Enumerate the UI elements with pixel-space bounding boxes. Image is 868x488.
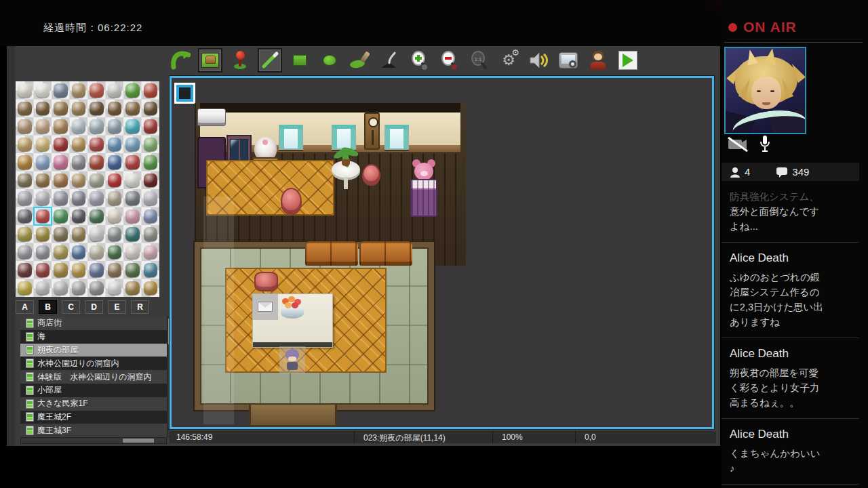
palette-tab-B[interactable]: B — [39, 300, 57, 314]
palette-tile-bottle-salt[interactable] — [87, 117, 106, 136]
palette-tile-jar-pair[interactable] — [34, 117, 52, 136]
palette-tile-daggers[interactable] — [34, 189, 52, 207]
palette-tile-robe-blue[interactable] — [87, 261, 106, 279]
palette-tile-papers[interactable] — [16, 81, 34, 100]
palette-tile-shelf-goods[interactable] — [87, 100, 106, 118]
zoom-out-button[interactable] — [437, 48, 461, 73]
palette-tab-E[interactable]: E — [108, 300, 126, 314]
map-list-item[interactable]: 小部屋 — [20, 384, 167, 397]
playtest-button[interactable] — [616, 48, 640, 73]
palette-tile-red-flower-bush[interactable] — [142, 81, 160, 100]
palette-tile-dress-blue[interactable] — [142, 207, 160, 226]
volume-button[interactable] — [526, 48, 551, 73]
palette-tile-bear-brown[interactable] — [16, 153, 34, 171]
palette-tile-doll-blue[interactable] — [106, 153, 124, 171]
palette-tile-green-bush[interactable] — [123, 81, 142, 100]
palette-tile-dress-white[interactable] — [106, 207, 124, 226]
palette-tile-bow-quiver[interactable] — [70, 225, 88, 243]
palette-tile-chest-open[interactable] — [52, 100, 70, 118]
palette-tile-armor-gold2[interactable] — [70, 261, 88, 279]
palette-tile-lizard[interactable] — [87, 171, 106, 190]
map-list-item[interactable]: 魔王城2F — [20, 411, 167, 424]
palette-tile-potion-red[interactable] — [142, 117, 160, 136]
palette-tile-jar[interactable] — [16, 117, 34, 136]
palette-tile-rack-gold2[interactable] — [34, 225, 52, 243]
map-canvas[interactable] — [170, 76, 714, 429]
map-list-item[interactable]: 水神公園辺りの洞窟内 — [20, 357, 167, 370]
palette-tile-rope[interactable] — [70, 171, 88, 190]
palette-tile-armor-gold[interactable] — [52, 261, 70, 279]
palette-tab-C[interactable]: C — [62, 300, 80, 314]
palette-tile-bench-white[interactable] — [87, 225, 106, 243]
palette-tile-shelf-dolls[interactable] — [123, 100, 142, 118]
palette-tile-potted-flower[interactable] — [106, 81, 124, 100]
palette-tile-barrel-red[interactable] — [87, 136, 106, 154]
palette-tile-bottle-herb[interactable] — [106, 117, 124, 136]
palette-tile-knives[interactable] — [142, 189, 160, 207]
palette-tile-blade[interactable] — [16, 189, 34, 207]
palette-tile-crate-bottles[interactable] — [142, 136, 160, 154]
palette-tile-bench-gray[interactable] — [106, 225, 124, 243]
palette-tile-red-blocks[interactable] — [106, 171, 124, 190]
palette-tile-barrel-blue[interactable] — [106, 136, 124, 154]
palette-tile-statue-maid[interactable] — [34, 279, 52, 298]
preview-button[interactable] — [556, 48, 580, 73]
event-envelope[interactable] — [252, 293, 278, 320]
palette-tile-bear-gray[interactable] — [70, 153, 88, 171]
palette-tile-doll-red[interactable] — [87, 153, 106, 171]
palette-tab-D[interactable]: D — [85, 300, 103, 314]
map-list-horizontal-scrollbar[interactable] — [20, 437, 167, 444]
palette-tile-robe-teal[interactable] — [142, 261, 160, 279]
shadow-pen-tool-button[interactable] — [377, 48, 401, 73]
event-edit-mode-button[interactable] — [228, 48, 252, 73]
pencil-tool-button[interactable] — [258, 48, 282, 73]
palette-tile-hat-green[interactable] — [106, 243, 124, 262]
palette-tile-robe-forest[interactable] — [123, 261, 142, 279]
palette-tile-chest[interactable] — [16, 100, 34, 118]
palette-tile-ladle-pan[interactable] — [16, 207, 34, 226]
palette-tab-A[interactable]: A — [16, 300, 34, 314]
palette-tile-shield-green[interactable] — [52, 207, 70, 226]
map-list-item[interactable]: 朔夜の部屋 — [20, 344, 167, 357]
palette-tile-helm-gray[interactable] — [16, 243, 34, 262]
palette-tile-dress-pink[interactable] — [123, 207, 142, 226]
palette-tile-flower-basket[interactable] — [87, 81, 106, 100]
zoom-actual-size-button[interactable]: 1:1 — [467, 48, 491, 73]
palette-tile-statue-maid2[interactable] — [52, 279, 70, 298]
palette-tile-letter[interactable] — [34, 81, 52, 100]
hscroll-thumb[interactable] — [123, 439, 154, 443]
palette-tile-cap-blue[interactable] — [70, 243, 88, 262]
palette-tab-R[interactable]: R — [131, 300, 149, 314]
palette-tile-bottle-pale[interactable] — [70, 117, 88, 136]
undo-button[interactable] — [168, 48, 193, 73]
palette-tile-bear-pink[interactable] — [52, 153, 70, 171]
palette-tile-potion-cyan[interactable] — [123, 117, 142, 136]
palette-tile-red-cloth[interactable] — [34, 207, 52, 226]
palette-tile-bear-blue[interactable] — [34, 153, 52, 171]
palette-tile-board-white[interactable] — [106, 279, 124, 298]
palette-tile-barrel-teal[interactable] — [123, 136, 142, 154]
palette-tile-robe-brown[interactable] — [106, 261, 124, 279]
palette-tile-candle-stand[interactable] — [142, 279, 160, 298]
map-list-item[interactable]: 体験版 水神公園辺りの洞窟内 — [20, 370, 167, 384]
palette-tile-gift-red[interactable] — [123, 153, 142, 171]
rectangle-tool-button[interactable] — [288, 48, 312, 73]
palette-tile-shelf-cat[interactable] — [70, 100, 88, 118]
palette-tile-basket-empty[interactable] — [16, 136, 34, 154]
map-edit-mode-button[interactable] — [198, 48, 222, 73]
palette-tile-armor-darkred[interactable] — [16, 261, 34, 279]
palette-tile-roots[interactable] — [70, 81, 88, 100]
flood-fill-tool-button[interactable] — [347, 48, 372, 73]
palette-tile-bench-teal[interactable] — [123, 225, 142, 243]
palette-tile-rock[interactable] — [142, 225, 160, 243]
palette-tile-axes[interactable] — [70, 189, 88, 207]
palette-tile-cannonball[interactable] — [70, 207, 88, 226]
palette-tile-shovel[interactable] — [16, 171, 34, 190]
palette-tile-gift-tree[interactable] — [142, 153, 160, 171]
palette-tile-skull[interactable] — [87, 243, 106, 262]
palette-tile-crystal-pillar[interactable] — [52, 81, 70, 100]
palette-tile-bonnet[interactable] — [123, 243, 142, 262]
palette-tile-basket-bread[interactable] — [34, 136, 52, 154]
settings-button[interactable]: ⚙⚙ — [496, 48, 521, 73]
palette-tile-shelf-books[interactable] — [106, 100, 124, 118]
